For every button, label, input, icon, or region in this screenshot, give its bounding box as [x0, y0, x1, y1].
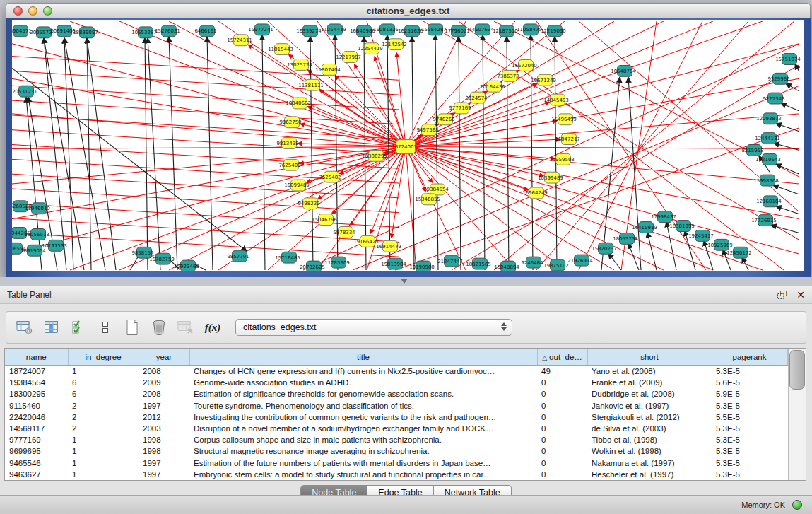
graph-node-label: 10840603	[286, 101, 311, 107]
graph-node-label: 16047217	[555, 136, 580, 142]
column-header-out_degree[interactable]: △out_de…	[537, 349, 587, 366]
table-cell: Structural magnetic resonance image aver…	[189, 445, 537, 457]
table-row[interactable]: 977716911998Corpus callosum shape and si…	[5, 434, 787, 445]
graph-node-label: 9777169	[449, 105, 471, 111]
float-panel-icon[interactable]	[777, 291, 788, 300]
graph-node-label: 9329966	[767, 76, 789, 82]
function-builder-button[interactable]: f(x)	[201, 316, 224, 339]
graph-node-label: 5878334	[333, 230, 355, 235]
citation-edge-red	[406, 146, 799, 184]
column-header-in_degree[interactable]: in_degree	[68, 349, 139, 366]
table-cell: 1	[68, 445, 139, 457]
table-cell: 5.5E-5	[712, 411, 787, 423]
delete-table-button[interactable]	[175, 316, 197, 339]
table-cell: Corpus callosum shape and size in male p…	[189, 434, 537, 445]
show-columns-button[interactable]	[40, 316, 63, 339]
table-cell: 1997	[139, 469, 189, 480]
table-row[interactable]: 946554611997Estimation of the future num…	[5, 457, 787, 469]
citation-edge-black	[774, 144, 799, 151]
split-divider[interactable]	[0, 277, 812, 286]
table-cell: 0	[537, 434, 587, 445]
table-cell: 0	[537, 388, 587, 399]
table-cell: 22420046	[5, 411, 68, 423]
table-cell: 1998	[139, 434, 189, 445]
table-cell: 5.3E-5	[712, 423, 787, 434]
window-titlebar[interactable]: citations_edges.txt	[6, 3, 811, 18]
table-cell: 9115460	[5, 400, 68, 411]
table-scrollbar[interactable]	[788, 349, 806, 480]
new-document-button[interactable]	[121, 316, 143, 339]
graph-node-label: 10653287	[131, 30, 157, 35]
citation-edge-black	[628, 243, 639, 270]
citation-edge-black	[776, 124, 799, 132]
attribute-table: namein_degreeyeartitle△out_de…shortpager…	[4, 348, 806, 481]
table-cell: 0	[537, 377, 587, 388]
graph-node-label: 16914479	[376, 244, 401, 250]
table-cell: 2009	[139, 377, 189, 388]
select-columns-button[interactable]	[67, 316, 90, 339]
table-row[interactable]: 2242004622012Investigating the contribut…	[5, 411, 787, 423]
graph-node-label: 17726915	[751, 218, 777, 223]
node-table: namein_degreeyeartitle△out_de…shortpager…	[5, 349, 788, 480]
column-header-pagerank[interactable]: pagerank	[712, 349, 787, 366]
column-header-name[interactable]: name	[5, 349, 68, 366]
table-cell: 1998	[139, 445, 189, 457]
graph-node-label: 16572040	[512, 63, 537, 69]
table-cell: 6	[68, 388, 139, 399]
table-cell: 1	[68, 366, 139, 378]
table-row[interactable]: 1938455462009Genome-wide association stu…	[5, 377, 787, 388]
delete-rows-button[interactable]	[148, 316, 170, 339]
table-cell: 5.3E-5	[712, 366, 787, 378]
zoom-window-button[interactable]	[43, 6, 52, 16]
table-cell: Embryonic stem cells: a model to study s…	[189, 469, 537, 480]
close-panel-icon[interactable]: ✕	[796, 289, 805, 300]
table-cell: de Silva et al. (2003)	[587, 423, 712, 434]
table-row[interactable]: 946362711997Embryonic stem cells: a mode…	[5, 469, 787, 480]
table-cell: 9465546	[5, 457, 68, 469]
graph-node-label: 18724007	[392, 144, 417, 150]
column-header-short[interactable]: short	[587, 349, 712, 366]
table-cell: Investigating the contribution of common…	[189, 411, 537, 423]
column-header-year[interactable]: year	[139, 349, 189, 366]
citation-edge-red	[12, 86, 399, 110]
table-cell: Estimation of the future numbers of pati…	[189, 457, 537, 469]
close-window-button[interactable]	[13, 6, 23, 16]
graph-node-label: 12450172	[726, 250, 752, 256]
table-cell: 2003	[139, 423, 189, 434]
table-row[interactable]: 1456911722003Disruption of a novel membe…	[5, 423, 787, 434]
citation-edge-red	[12, 189, 399, 213]
table-row[interactable]: 1872400712008Changes of HCN gene express…	[5, 366, 787, 378]
graph-node-label: 21926974	[567, 258, 593, 264]
table-row[interactable]: 1830029562008Estimation of significance …	[5, 388, 787, 399]
scrollbar-thumb[interactable]	[789, 350, 806, 390]
graph-node-label: 3624574	[465, 95, 488, 101]
minimize-window-button[interactable]	[28, 6, 37, 16]
network-view-window: citations_edges.txt 16904571200557242069…	[6, 3, 811, 277]
network-canvas[interactable]: 1690457120055724206914061883905710653287…	[12, 20, 804, 271]
citation-edge-red	[354, 64, 406, 147]
table-row[interactable]: 911546021997Tourette syndrome. Phenomeno…	[5, 400, 787, 411]
table-cell: Yano et al. (2008)	[587, 366, 712, 378]
graph-node-label: 12217987	[336, 54, 361, 60]
function-builder-icon: f(x)	[205, 322, 221, 334]
table-cell: 5.6E-5	[712, 377, 787, 388]
graph-node-label: 15751074	[775, 57, 801, 62]
graph-node-label: 8215953	[741, 148, 763, 153]
graph-node-label: 19013904	[381, 262, 406, 267]
table-selector[interactable]: citations_edges.txt	[235, 319, 512, 336]
graph-node-label: 15820237	[592, 246, 617, 252]
table-settings-button[interactable]	[13, 316, 36, 339]
graph-node-label: 9857791	[227, 254, 249, 259]
table-cell: 6	[68, 377, 139, 388]
graph-node-label: 15056513	[24, 232, 49, 238]
window-title: citations_edges.txt	[6, 4, 810, 18]
graph-node-label: 7386372	[497, 74, 519, 79]
rows-button[interactable]	[94, 316, 117, 339]
graph-node-label: 18300295	[362, 153, 387, 159]
table-cell: Tourette syndrome. Phenomenology and cla…	[189, 400, 537, 411]
graph-node-label: 16782759	[149, 257, 175, 262]
table-row[interactable]: 969969511998Structural magnetic resonanc…	[5, 445, 787, 457]
table-settings-icon	[16, 320, 33, 335]
citation-edge-red	[406, 146, 763, 270]
column-header-title[interactable]: title	[189, 349, 537, 366]
